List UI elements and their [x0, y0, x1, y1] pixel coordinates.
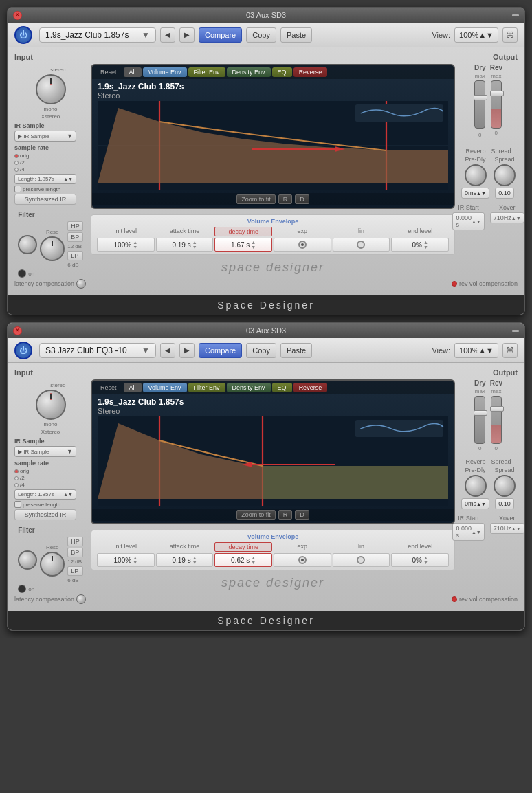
tab-reset-2[interactable]: Reset	[95, 383, 122, 392]
filter-on-btn-1[interactable]	[18, 269, 26, 278]
bp-btn-2[interactable]: BP	[67, 548, 83, 557]
lp-btn-1[interactable]: LP	[67, 251, 83, 260]
tab-density-env-1[interactable]: Density Env	[227, 67, 271, 77]
env-val-init-2[interactable]: 100% ▲▼	[97, 553, 155, 567]
zoom-r-btn-1[interactable]: R	[278, 194, 293, 204]
lp-btn-2[interactable]: LP	[67, 566, 83, 576]
synth-ir-btn-2[interactable]: Synthesized IR	[14, 509, 76, 520]
xover-val-1[interactable]: 710Hz ▲▼	[490, 212, 524, 223]
sr-half2-1[interactable]: /4	[14, 166, 87, 172]
sr-orig-1[interactable]: orig	[14, 153, 87, 159]
prev-button-1[interactable]: ◀	[160, 27, 175, 43]
zoom-fit-btn-2[interactable]: Zoom to fit	[236, 510, 276, 520]
radio-lin-2[interactable]	[357, 556, 365, 564]
pre-dly-val-1[interactable]: 0ms ▲▼	[461, 188, 489, 199]
spread-val-1[interactable]: 0.10	[495, 188, 514, 199]
pre-dly-knob-1[interactable]	[465, 164, 487, 186]
input-knob-2[interactable]	[36, 390, 66, 420]
rev-slider-handle-2[interactable]	[490, 406, 504, 412]
pre-dly-val-2[interactable]: 0ms ▲▼	[461, 498, 489, 509]
radio-exp-1[interactable]	[298, 241, 307, 249]
copy-button-1[interactable]: Copy	[246, 27, 276, 43]
waveform-area-1[interactable]	[98, 101, 448, 190]
ir-dropdown-2[interactable]: ▶ IR Sample ▼	[14, 446, 76, 457]
paste-button-1[interactable]: Paste	[280, 27, 312, 43]
hp-btn-1[interactable]: HP	[67, 221, 83, 231]
tab-reverse-2[interactable]: Reverse	[293, 383, 328, 392]
env-val-exp-1[interactable]	[274, 238, 331, 252]
preserve-checkbox-2[interactable]	[14, 501, 21, 508]
env-val-init-1[interactable]: 100% ▲▼	[97, 238, 155, 252]
synth-ir-btn-1[interactable]: Synthesized IR	[14, 194, 76, 205]
pre-dly-knob-2[interactable]	[465, 475, 487, 497]
hp-btn-2[interactable]: HP	[67, 537, 83, 546]
zoom-d-btn-1[interactable]: D	[295, 194, 309, 204]
bp-btn-1[interactable]: BP	[67, 232, 83, 242]
xover-val-2[interactable]: 710Hz ▲▼	[490, 523, 524, 534]
input-knob-1[interactable]	[36, 74, 66, 104]
latency-knob-1[interactable]	[76, 279, 86, 289]
filter-reso-knob-1[interactable]	[18, 235, 37, 254]
env-val-end-2[interactable]: 0% ▲▼	[391, 553, 449, 567]
tab-volume-env-2[interactable]: Volume Env	[143, 383, 187, 392]
env-stepper-attack-1[interactable]: ▲▼	[192, 240, 197, 249]
env-val-decay-1[interactable]: 1.67 s ▲▼	[214, 238, 272, 252]
sr-half1-1[interactable]: /2	[14, 159, 87, 166]
view-selector-2[interactable]: 100% ▲▼	[454, 343, 498, 358]
spread-knob-1[interactable]	[494, 164, 516, 186]
tab-reset-1[interactable]: Reset	[95, 67, 122, 77]
filter-knob-2[interactable]	[40, 552, 65, 577]
tab-volume-env-1[interactable]: Volume Env	[143, 67, 187, 77]
env-val-decay-2[interactable]: 0.62 s ▲▼	[214, 553, 272, 567]
env-val-attack-1[interactable]: 0.19 s ▲▼	[156, 238, 214, 252]
rev-slider-2[interactable]	[491, 396, 502, 444]
env-stepper-end-1[interactable]: ▲▼	[423, 240, 428, 249]
rev-slider-1[interactable]	[491, 80, 502, 129]
ir-start-val-1[interactable]: 0.000 s ▲▼	[452, 212, 484, 230]
compare-button-2[interactable]: Compare	[199, 343, 242, 358]
radio-exp-2[interactable]	[298, 556, 307, 564]
dry-slider-handle-2[interactable]	[474, 410, 487, 416]
preset-selector-1[interactable]: 1.9s_Jazz Club 1.857s ▼	[39, 27, 156, 43]
link-button-2[interactable]: ⌘	[502, 343, 518, 358]
spread-knob-2[interactable]	[494, 475, 516, 497]
paste-button-2[interactable]: Paste	[280, 343, 312, 358]
radio-lin-1[interactable]	[357, 241, 365, 249]
env-stepper-init-1[interactable]: ▲▼	[133, 240, 137, 249]
dry-slider-handle-1[interactable]	[474, 95, 487, 100]
env-val-lin-2[interactable]	[333, 553, 390, 567]
zoom-r-btn-2[interactable]: R	[278, 510, 293, 520]
sr-half1-2[interactable]: /2	[14, 475, 87, 481]
length-box-2[interactable]: Length: 1.857s ▲▼	[14, 489, 76, 500]
minimize-button-2[interactable]	[512, 330, 519, 332]
zoom-d-btn-2[interactable]: D	[295, 510, 309, 520]
link-button-1[interactable]: ⌘	[502, 27, 518, 43]
ir-dropdown-1[interactable]: ▶ IR Sample ▼	[14, 131, 76, 142]
tab-eq-2[interactable]: EQ	[272, 383, 292, 392]
prev-button-2[interactable]: ◀	[160, 343, 175, 358]
env-val-lin-1[interactable]	[333, 238, 390, 252]
preserve-checkbox-1[interactable]	[14, 186, 21, 192]
zoom-fit-btn-1[interactable]: Zoom to fit	[236, 194, 276, 204]
env-stepper-decay-2[interactable]: ▲▼	[251, 555, 256, 565]
tab-filter-env-2[interactable]: Filter Env	[188, 383, 225, 392]
env-val-exp-2[interactable]	[274, 553, 331, 567]
waveform-area-2[interactable]	[98, 416, 448, 506]
env-stepper-attack-2[interactable]: ▲▼	[192, 555, 197, 565]
env-val-attack-2[interactable]: 0.19 s ▲▼	[156, 553, 214, 567]
tab-all-2[interactable]: All	[124, 383, 142, 392]
close-button-1[interactable]	[13, 11, 22, 20]
sr-orig-2[interactable]: orig	[14, 468, 87, 474]
spread-val-2[interactable]: 0.10	[495, 498, 514, 509]
preserve-check-2[interactable]: preserve length	[14, 501, 87, 508]
rev-slider-handle-1[interactable]	[490, 91, 504, 96]
env-stepper-decay-1[interactable]: ▲▼	[251, 240, 256, 249]
minimize-button-1[interactable]	[512, 14, 519, 16]
filter-reso-knob-2[interactable]	[18, 550, 37, 570]
copy-button-2[interactable]: Copy	[246, 343, 276, 358]
env-stepper-end-2[interactable]: ▲▼	[423, 555, 428, 565]
tab-filter-env-1[interactable]: Filter Env	[188, 67, 225, 77]
ir-start-val-2[interactable]: 0.000 s ▲▼	[452, 523, 484, 541]
env-val-end-1[interactable]: 0% ▲▼	[391, 238, 449, 252]
compare-button-1[interactable]: Compare	[199, 27, 242, 43]
